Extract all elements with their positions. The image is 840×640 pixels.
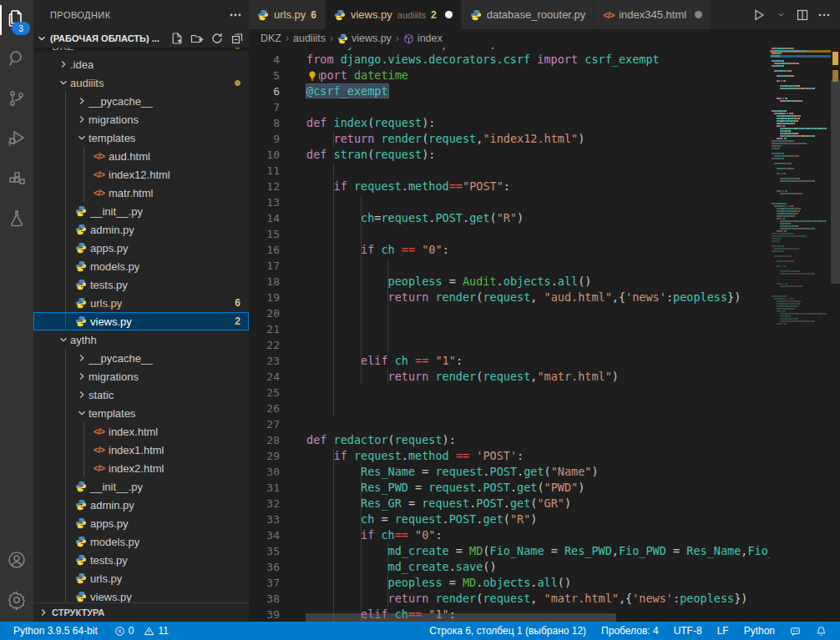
tree-item-__init__.py[interactable]: __init__.py (33, 202, 249, 220)
tree-item-templates[interactable]: templates (33, 404, 249, 422)
tree-item-models.py[interactable]: models.py (33, 532, 249, 551)
tree-item-urls.py[interactable]: urls.py6 (33, 294, 249, 312)
activity-item-extensions[interactable] (0, 160, 33, 200)
new-folder-icon[interactable] (190, 32, 204, 45)
tree-item-tests.py[interactable]: tests.py (33, 551, 249, 569)
tree-item-index12.html[interactable]: </>index12.html (33, 165, 249, 184)
breadcrumb-item-audiiits[interactable]: audiiits (293, 33, 326, 44)
activity-item-explorer[interactable]: 3 (0, 0, 33, 40)
status-indentation[interactable]: Пробелов: 4 (596, 622, 664, 640)
activity-item-testing[interactable] (0, 200, 33, 240)
tree-item-aud.html[interactable]: </>aud.html (33, 147, 249, 165)
vertical-scrollbar[interactable] (831, 0, 840, 622)
status-language-mode[interactable]: Python (739, 622, 780, 640)
tree-item-tests.py[interactable]: tests.py (33, 275, 249, 294)
html-file-icon: </> (94, 445, 109, 455)
python-file-icon (75, 572, 90, 584)
breadcrumb-label: DKZ (261, 33, 281, 44)
code-line-29: 29 if request.method == 'POST': (249, 448, 770, 464)
tree-item-index1.html[interactable]: </>index1.html (33, 441, 249, 459)
tree-item-urls.py[interactable]: urls.py (33, 569, 249, 587)
outline-section-header[interactable]: СТРУКТУРА (33, 602, 249, 622)
tree-item-label: migrations (89, 113, 139, 126)
breadcrumb-item-views.py[interactable]: views.py (337, 33, 392, 44)
html-file-icon: </> (94, 169, 109, 179)
tree-item-DKZ[interactable]: DKZ (33, 48, 249, 55)
tree-item-views.py[interactable]: views.py2 (33, 312, 249, 330)
dirty-indicator[interactable] (695, 11, 702, 18)
minimap[interactable] (770, 48, 831, 622)
chevron-down-icon[interactable] (772, 6, 790, 24)
scrollbar-slider[interactable] (831, 79, 840, 284)
code-line-38: 38 return render(request, "matr.html",{'… (249, 591, 770, 607)
html-file-icon: </> (94, 151, 109, 161)
tab-views.py[interactable]: views.pyaudiiits2 (326, 0, 462, 29)
tree-item-apps.py[interactable]: apps.py (33, 239, 249, 257)
tree-item-audiiits[interactable]: audiiits (33, 73, 249, 92)
tree-item-views.py[interactable]: views.py (33, 587, 249, 603)
code-line-24: 24 return render(request,"matr.html") (249, 369, 770, 385)
line-number: 35 (249, 543, 294, 559)
warning-icon (144, 626, 154, 637)
breadcrumb-item-DKZ[interactable]: DKZ (261, 33, 281, 44)
status-feedback[interactable] (785, 622, 806, 640)
tree-item-label: index12.html (109, 169, 170, 181)
tree-item-apps.py[interactable]: apps.py (33, 514, 249, 532)
tree-item-label: views.py (90, 591, 132, 603)
line-number: 37 (249, 575, 294, 591)
tab-label: views.py (351, 8, 392, 21)
activity-item-settings[interactable] (0, 582, 33, 622)
tree-item-templates[interactable]: templates (33, 129, 249, 147)
breadcrumb-item-index[interactable]: index (403, 33, 443, 44)
line-number: 16 (249, 242, 294, 258)
python-file-icon (75, 536, 90, 547)
tree-item-migrations[interactable]: migrations (33, 110, 249, 129)
breadcrumb[interactable]: DKZ›audiiits›views.py›index (249, 29, 840, 48)
tree-item-admin.py[interactable]: admin.py (33, 496, 249, 514)
tree-item-models.py[interactable]: models.py (33, 257, 249, 275)
lightbulb-icon[interactable] (305, 68, 319, 83)
tree-item-__pycache__[interactable]: __pycache__ (33, 349, 249, 367)
status-problems[interactable]: 011 (109, 622, 174, 640)
activity-item-accounts[interactable] (0, 542, 33, 582)
run-icon[interactable] (750, 6, 768, 24)
breadcrumb-separator: › (396, 33, 399, 44)
horizontal-scrollbar[interactable] (306, 613, 616, 622)
status-notifications[interactable] (811, 622, 832, 640)
tree-item-label: urls.py (90, 572, 122, 585)
new-file-icon[interactable] (170, 32, 184, 45)
status-encoding[interactable]: UTF-8 (669, 622, 707, 640)
tree-item-migrations[interactable]: migrations (33, 367, 249, 386)
refresh-icon[interactable] (210, 32, 224, 45)
tree-item-aythh[interactable]: aythh (33, 330, 249, 349)
tree-item-.idea[interactable]: .idea (33, 55, 249, 73)
tree-item-__init__.py[interactable]: __init__.py (33, 477, 249, 496)
tab-database_roouter.py[interactable]: database_roouter.py (462, 0, 595, 29)
split-editor-icon[interactable] (793, 6, 812, 24)
tree-item-matr.html[interactable]: </>matr.html (33, 184, 249, 202)
tab-bar: urls.py6views.pyaudiiits2database_rooute… (249, 0, 840, 29)
dirty-indicator[interactable] (445, 11, 453, 18)
tree-item-index2.html[interactable]: </>index2.html (33, 459, 249, 477)
workspace-name: (РАБОЧАЯ ОБЛАСТЬ) ... (50, 33, 159, 43)
more-actions-icon[interactable] (229, 8, 242, 22)
status-cursor-position[interactable]: Строка 6, столбец 1 (выбрано 12) (424, 622, 591, 640)
activity-item-search[interactable] (0, 40, 33, 80)
activity-item-run-and-debug[interactable] (0, 120, 33, 160)
collapse-all-icon[interactable] (230, 32, 244, 45)
code-line-4: 4from django.views.decorators.csrf impor… (249, 52, 770, 68)
tree-item-static[interactable]: static (33, 386, 249, 404)
tree-item-index.html[interactable]: </>index.html (33, 422, 249, 441)
tab-urls.py[interactable]: urls.py6 (249, 0, 326, 29)
tree-item-__pycache__[interactable]: __pycache__ (33, 92, 249, 110)
editor-actions (750, 0, 840, 29)
code-editor[interactable]: 3from aythh.models import MD,Audit4from … (249, 48, 770, 622)
workspace-section-header[interactable]: (РАБОЧАЯ ОБЛАСТЬ) ... (33, 29, 249, 48)
python-file-icon (75, 297, 90, 309)
tree-item-admin.py[interactable]: admin.py (33, 220, 249, 239)
status-eol[interactable]: LF (712, 622, 734, 640)
tab-index345.html[interactable]: </>index345.html (595, 0, 711, 29)
line-number: 9 (249, 131, 294, 147)
status-python-interpreter[interactable]: Python 3.9.5 64-bit (8, 622, 103, 640)
activity-item-source-control[interactable] (0, 80, 33, 120)
